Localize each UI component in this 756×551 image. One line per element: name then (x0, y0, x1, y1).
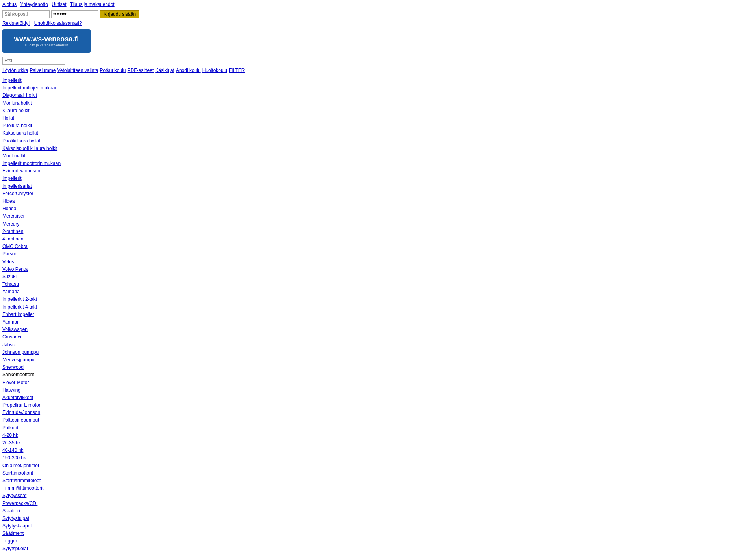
sidebar-content: Impellerit Impellerit mittojen mukaan Di… (0, 77, 756, 551)
sidebar-suzuki[interactable]: Suzuki (2, 273, 754, 281)
sidebar-polttoainepumput[interactable]: Polttoainepumput (2, 416, 754, 424)
sidebar-haswing[interactable]: Haswing (2, 386, 754, 394)
nav-vetolaittteen[interactable]: Vetolaittteen valinta (57, 68, 98, 73)
register-link[interactable]: Rekisteröidy! (2, 20, 30, 26)
sidebar-omc-cobra[interactable]: OMC Cobra (2, 243, 754, 250)
sidebar-impellerkit-4takt[interactable]: Impellerkit 4-takt (2, 303, 754, 311)
sidebar-kaksoisura[interactable]: Kaksoisura holkit (2, 129, 754, 137)
sidebar-akut-tarvikkeet[interactable]: Akut/tarvikkeet (2, 394, 754, 401)
sidebar-enbart[interactable]: Enbart impeller (2, 311, 754, 318)
site-logo[interactable]: www.ws-veneosa.fi Huolto ja varaosat ven… (2, 29, 91, 53)
sidebar-hidea[interactable]: Hidea (2, 198, 754, 205)
nav-loytonurkka[interactable]: Löytönurkka (2, 68, 28, 73)
search-area (0, 55, 756, 66)
sidebar-2-tahtinen[interactable]: 2-tahtinen (2, 228, 754, 235)
logo-text: www.ws-veneosa.fi (14, 35, 79, 43)
sidebar-trimmi-tilttimoottorit[interactable]: Trimmi/tilttimoottorit (2, 484, 754, 492)
sidebar-moniura[interactable]: Moniura holkit (2, 100, 754, 107)
nav-kasikirjat[interactable]: Käsikirjat (155, 68, 174, 73)
login-links: Rekisteröidy! Unohditko salasanasi? (0, 20, 756, 27)
sidebar-johnson-pumppu[interactable]: Johnson pumppu (2, 349, 754, 356)
sahkomoottorit-label: Sähkömoottorit (2, 371, 754, 379)
nav-potkurikoulu[interactable]: Potkurikoulu (100, 68, 126, 73)
sidebar-20-35hk[interactable]: 20-35 hk (2, 439, 754, 447)
sidebar-ohjalmet[interactable]: Ohjalmet/johtimet (2, 462, 754, 470)
login-area: Kirjaudu sisään (0, 9, 756, 20)
sidebar-mercruiser[interactable]: Mercruiser (2, 213, 754, 220)
forgot-password-link[interactable]: Unohditko salasanasi? (34, 20, 82, 26)
logo-tagline: Huolto ja varaosat veneisiin (14, 43, 79, 47)
email-field[interactable] (2, 10, 50, 18)
sidebar-saatimet[interactable]: Säätiment (2, 530, 754, 537)
sidebar-impellerisarjat[interactable]: Impellerisarjat (2, 183, 754, 190)
sidebar-puoliura[interactable]: Puoliura holkit (2, 122, 754, 129)
sidebar-mercury[interactable]: Mercury (2, 220, 754, 228)
sidebar-startti-trimmireleet[interactable]: Startti/trimmireleet (2, 477, 754, 484)
sidebar-impellerit2[interactable]: Impellerit (2, 175, 754, 182)
nav-palvelumme[interactable]: Palvelumme (30, 68, 56, 73)
sidebar-sytytystulpat[interactable]: Sytytystulpat (2, 515, 754, 522)
sidebar-4-20hk[interactable]: 4-20 hk (2, 432, 754, 439)
nav-aloitus[interactable]: Aloitus (2, 2, 17, 7)
sidebar-evinrude-header[interactable]: Evinrude/Johnson (2, 167, 754, 175)
nav-uutiset[interactable]: Uutiset (52, 2, 66, 7)
sidebar-kilaura[interactable]: Kilaura holkit (2, 107, 754, 115)
sidebar-flover-motor[interactable]: Flover Motor (2, 379, 754, 386)
sidebar-holkit[interactable]: Holkit (2, 115, 754, 122)
nav-yhteydenotto[interactable]: Yhteydenotto (20, 2, 48, 7)
main-navigation: Löytönurkka Palvelumme Vetolaittteen val… (0, 66, 756, 75)
sidebar-kaksoispuoli[interactable]: Kaksoispuoli kiilaura holkit (2, 145, 754, 152)
sidebar-jabsco[interactable]: Jabsco (2, 341, 754, 349)
sidebar-4-tahtinen[interactable]: 4-tahtinen (2, 235, 754, 243)
sidebar-propellrar-elmotor[interactable]: Propellrar Elmotor (2, 401, 754, 409)
sidebar-evinrude-johnson2[interactable]: Evinrude/Johnson (2, 409, 754, 416)
nav-filter[interactable]: FILTER (229, 68, 245, 73)
sidebar-impellerit-mittoja[interactable]: Impellerit mittojen mukaan (2, 84, 754, 92)
password-field[interactable] (51, 10, 98, 18)
nav-anodi[interactable]: Anodi koulu (176, 68, 201, 73)
sidebar-trigger[interactable]: Trigger (2, 537, 754, 545)
sidebar-starttimoottorit[interactable]: Starttimoottorit (2, 470, 754, 477)
logo-area: www.ws-veneosa.fi Huolto ja varaosat ven… (0, 27, 756, 55)
sidebar-crusader[interactable]: Crusader (2, 333, 754, 341)
sidebar-150-300hk[interactable]: 150-300 hk (2, 454, 754, 462)
sidebar-sytytspuolat[interactable]: Sytytspuolat (2, 545, 754, 551)
sidebar-honda[interactable]: Honda (2, 205, 754, 213)
sidebar-force-chrysler[interactable]: Force/Chrysler (2, 190, 754, 198)
sidebar-impellerit-header[interactable]: Impellerit (2, 77, 754, 84)
sidebar-diagonaali[interactable]: Diagonaali holkit (2, 92, 754, 99)
sidebar-merivesjpumput[interactable]: Merivesjpumput (2, 356, 754, 364)
sidebar-puolikiilaura[interactable]: Puolikiilaura holkit (2, 137, 754, 145)
sidebar-sytytyskaapelit[interactable]: Sytytyskaapelit (2, 522, 754, 530)
nav-tilaus[interactable]: Tilaus ja maksuehdot (70, 2, 115, 7)
nav-pdf[interactable]: PDF-esitteet (128, 68, 154, 73)
sidebar-sherwood[interactable]: Sherwood (2, 364, 754, 371)
login-button[interactable]: Kirjaudu sisään (100, 10, 139, 18)
sidebar-sytytyssoat[interactable]: Sytytyssoat (2, 492, 754, 499)
sidebar-impellerit-moottori[interactable]: Impellerit moottorin mukaan (2, 160, 754, 167)
sidebar-yamaha[interactable]: Yamaha (2, 288, 754, 296)
sidebar-muut-mallit[interactable]: Muut mallit (2, 152, 754, 160)
search-input[interactable] (2, 57, 65, 65)
sidebar-vetus[interactable]: Vetus (2, 258, 754, 266)
nav-huoltokoulu[interactable]: Huoltokoulu (202, 68, 227, 73)
sidebar-tohatsu[interactable]: Tohatsu (2, 281, 754, 288)
sidebar-parsun[interactable]: Parsun (2, 250, 754, 258)
sidebar-volkswagen[interactable]: Volkswagen (2, 326, 754, 333)
sidebar-staattori[interactable]: Staattori (2, 507, 754, 515)
top-navigation: Aloitus Yhteydenotto Uutiset Tilaus ja m… (0, 0, 756, 9)
sidebar-volvo-penta[interactable]: Volvo Penta (2, 266, 754, 273)
sidebar-40-140hk[interactable]: 40-140 hk (2, 447, 754, 454)
sidebar-impellerkit-2takt[interactable]: Impellerkit 2-takt (2, 296, 754, 303)
sidebar-powerpacks[interactable]: Powerpacks/CDI (2, 500, 754, 507)
sidebar-potkurit[interactable]: Potkurit (2, 424, 754, 432)
sidebar-yanmar[interactable]: Yanmar (2, 318, 754, 326)
